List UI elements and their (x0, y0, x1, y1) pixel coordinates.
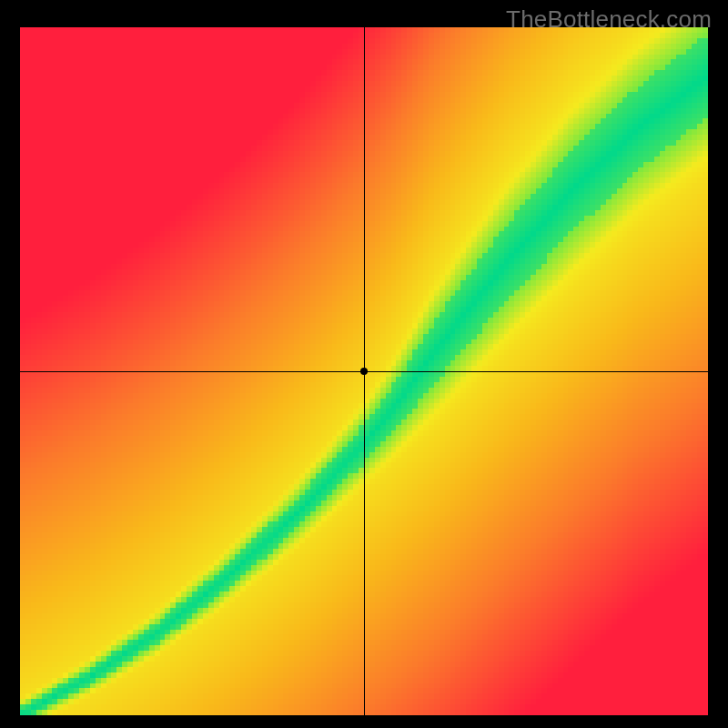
watermark-text: TheBottleneck.com (506, 5, 712, 34)
heatmap-plot (20, 27, 708, 715)
chart-frame: TheBottleneck.com (0, 0, 728, 728)
heatmap-canvas (20, 27, 708, 715)
